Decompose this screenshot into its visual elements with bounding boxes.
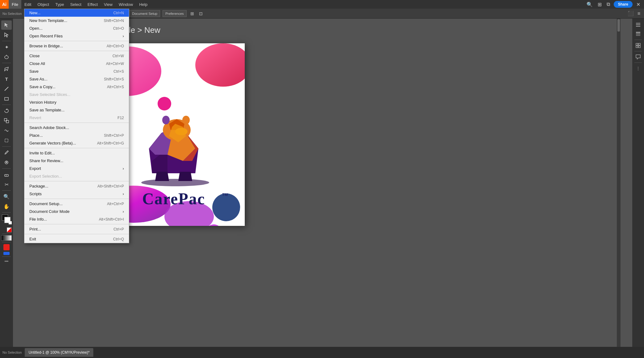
svg-rect-39 [636,33,640,34]
menu-effect[interactable]: Effect [84,0,101,9]
svg-rect-8 [5,175,8,176]
comments-panel-btn[interactable] [633,53,643,61]
swap-colors[interactable] [9,221,12,224]
menu-item-package---[interactable]: Package...Alt+Shift+Ctrl+P [24,182,129,190]
magic-wand-tool[interactable]: ✦ [1,42,12,52]
grid-view-icon[interactable]: ⊞ [596,1,603,8]
none-color[interactable] [7,227,12,232]
line-tool[interactable] [1,84,12,93]
close-icon[interactable]: ✕ [635,1,642,8]
menu-item-close[interactable]: CloseCtrl+W [24,52,129,60]
menu-item-print---[interactable]: Print...Ctrl+P [24,225,129,233]
menu-edit[interactable]: Edit [21,0,34,9]
preferences-button[interactable]: Preferences [163,10,186,17]
scrollbar-thumb[interactable] [617,19,620,32]
menu-item-label: Save [29,69,39,74]
menu-item-search-adobe-stock---[interactable]: Search Adobe Stock... [24,124,129,132]
menu-item-label: Close All [29,61,45,66]
menu-item-file-info---[interactable]: File Info...Alt+Shift+Ctrl+I [24,215,129,223]
properties-panel-btn[interactable] [633,20,643,29]
menu-item-shortcut: Alt+Shift+Ctrl+G [97,141,124,145]
menu-item-new---[interactable]: New...Ctrl+N [24,9,129,17]
menu-file[interactable]: File [9,0,21,9]
hand-tool[interactable]: ✋ [1,202,12,211]
menu-item-save[interactable]: SaveCtrl+S [24,67,129,75]
window-icon[interactable]: ⧉ [605,1,611,8]
arrange-icon[interactable]: ⊞ [189,11,195,17]
menu-item-version-history[interactable]: Version History [24,98,129,106]
menu-item-share-for-review---[interactable]: Share for Review... [24,157,129,165]
menu-help[interactable]: Help [136,0,150,9]
menu-item-label: Share for Review... [29,158,63,163]
layers-panel-btn[interactable] [633,30,643,38]
menu-item-scripts[interactable]: Scripts› [24,190,129,198]
scale-tool[interactable] [1,116,12,125]
menu-item-generate-vectors--beta----[interactable]: Generate Vectors (Beta)...Alt+Shift+Ctrl… [24,139,129,147]
menu-item-invite-to-edit---[interactable]: Invite to Edit... [24,149,129,157]
direct-selection-tool[interactable] [1,30,12,40]
menu-item-exit[interactable]: ExitCtrl+Q [24,235,129,243]
svg-point-12 [195,43,245,87]
libraries-panel-btn[interactable] [633,41,643,50]
menu-window[interactable]: Window [116,0,136,9]
menu-object[interactable]: Object [34,0,52,9]
menu-item-label: Document Color Mode [29,209,70,214]
more-tools[interactable]: ••• [5,259,9,264]
menu-item-browse-in-bridge---[interactable]: Browse in Bridge...Alt+Ctrl+O [24,42,129,50]
scissors-tool[interactable]: ✂ [1,180,12,189]
tool-sep-5 [2,168,11,169]
vertical-scrollbar[interactable] [617,19,621,347]
menu-item-save-a-copy---[interactable]: Save a Copy...Alt+Ctrl+S [24,83,129,91]
more-panel-btn[interactable]: ⋮ [633,64,643,73]
right-panel: ⋮ [632,19,644,347]
menu-item-export[interactable]: Export› [24,165,129,172]
more-options-icon[interactable]: ⊡ [198,11,204,17]
selection-tool[interactable] [1,20,12,30]
expand-icon[interactable]: ⬛ [626,10,635,17]
tab-untitled1[interactable]: Untitled-1 @ 100% (CMYK/Preview)* [25,348,93,357]
svg-rect-40 [636,32,640,33]
menu-view[interactable]: View [101,0,116,9]
share-button[interactable]: Share [614,1,633,8]
menu-item-place---[interactable]: Place...Shift+Ctrl+P [24,132,129,139]
warp-tool[interactable] [1,126,12,135]
menu-item-close-all[interactable]: Close AllAlt+Ctrl+W [24,60,129,67]
svg-rect-42 [638,43,640,45]
menu-separator [24,234,129,234]
menu-item-save-as---[interactable]: Save As...Shift+Ctrl+S [24,75,129,83]
slice-color [3,252,10,255]
rectangle-tool[interactable] [1,94,12,103]
zoom-tool[interactable]: 🔍 [1,192,12,201]
menu-item-shortcut: Ctrl+N [113,11,124,15]
rotate-tool[interactable] [1,106,12,115]
menu-item-label: New from Template... [29,18,67,23]
menu-right: 🔍 ⊞ ⧉ Share ✕ [585,1,644,8]
doc-setup-button[interactable]: Document Setup [129,10,160,17]
eyedropper-tool[interactable] [1,148,12,157]
gradient-tool[interactable] [1,235,12,241]
artboard-color [3,244,10,250]
free-transform-tool[interactable] [1,136,12,145]
menu-item-open---[interactable]: Open...Ctrl+O [24,24,129,32]
menu-separator [24,123,129,123]
pen-tool[interactable] [1,64,12,74]
menu-item-open-recent-files[interactable]: Open Recent Files› [24,32,129,40]
menu-bar: Ai File Edit Object Type Select Effect V… [0,0,644,9]
svg-rect-37 [636,26,640,27]
type-tool[interactable]: T [1,74,12,84]
menu-items: File Edit Object Type Select Effect View… [9,0,150,9]
menu-type[interactable]: Type [52,0,67,9]
menu-item-label: Print... [29,227,41,231]
tool-sep-6 [2,190,11,191]
lasso-tool[interactable] [1,52,12,62]
menu-item-document-color-mode[interactable]: Document Color Mode› [24,208,129,215]
menu-item-save-as-template---[interactable]: Save as Template... [24,106,129,114]
menu-item-shortcut: Ctrl+P [113,227,124,231]
menu-item-document-setup---[interactable]: Document Setup...Alt+Ctrl+P [24,200,129,208]
live-paint-tool[interactable] [1,158,12,167]
menu-item-new-from-template---[interactable]: New from Template...Shift+Ctrl+N [24,17,129,24]
eraser-tool[interactable] [1,170,12,179]
more-icon[interactable]: ≡ [636,10,642,17]
menu-select[interactable]: Select [67,0,84,9]
search-icon[interactable]: 🔍 [585,1,594,8]
